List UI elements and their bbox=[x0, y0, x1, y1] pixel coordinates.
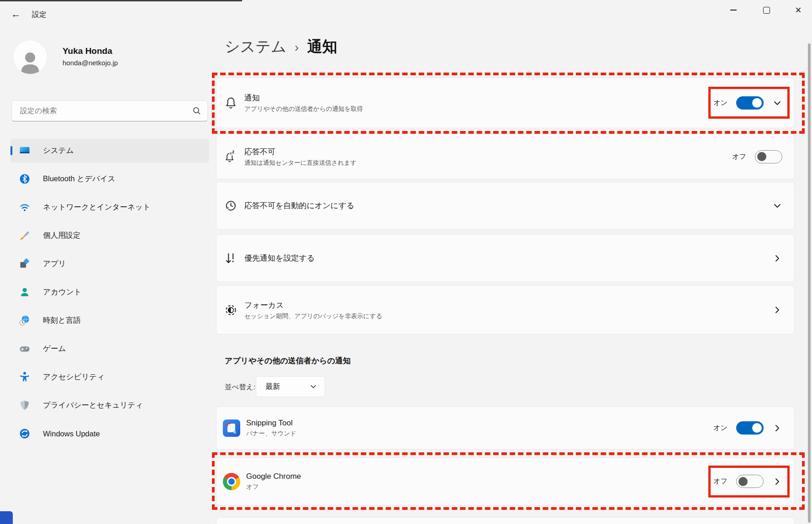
update-icon bbox=[18, 427, 31, 440]
toggle-knob bbox=[752, 423, 762, 433]
row-title: 優先通知を設定する bbox=[244, 253, 315, 263]
minimize-button[interactable] bbox=[722, 0, 744, 20]
focus-icon bbox=[223, 304, 238, 316]
setting-row-dnd-automatic[interactable]: 応答不可を自動的にオンにする bbox=[216, 182, 795, 230]
sidebar-item-label: システム bbox=[43, 146, 74, 156]
avatar[interactable] bbox=[13, 40, 47, 74]
close-button[interactable]: × bbox=[787, 0, 809, 20]
selected-indicator bbox=[11, 146, 12, 155]
sidebar-item-label: Windows Update bbox=[43, 430, 100, 438]
chrome-center bbox=[228, 478, 235, 485]
toggle-state-label: オフ bbox=[732, 152, 746, 161]
google-chrome-icon bbox=[223, 473, 240, 490]
sidebar-item-privacy-security[interactable]: プライバシーとセキュリティ bbox=[11, 393, 209, 417]
apps-icon bbox=[18, 257, 31, 270]
page-title: 通知 bbox=[307, 37, 337, 57]
chevron-right-icon[interactable] bbox=[772, 254, 782, 263]
svg-text:z: z bbox=[230, 151, 232, 155]
setting-row-priority-notifications[interactable]: 優先通知を設定する bbox=[216, 234, 795, 282]
chevron-right-icon[interactable] bbox=[772, 305, 782, 314]
sort-dropdown[interactable]: 最新 bbox=[256, 376, 325, 397]
chevron-right-icon[interactable] bbox=[772, 424, 782, 433]
sidebar-item-accounts[interactable]: アカウント bbox=[11, 280, 209, 304]
sidebar-item-label: 時刻と言語 bbox=[43, 315, 81, 325]
toggle-knob bbox=[752, 98, 762, 108]
search-input[interactable] bbox=[19, 106, 193, 115]
maximize-button[interactable] bbox=[755, 0, 777, 20]
accessibility-icon bbox=[18, 371, 31, 383]
app-name: Snipping Tool bbox=[246, 419, 296, 428]
sidebar-item-system[interactable]: システム bbox=[11, 139, 209, 162]
priority-arrow-icon bbox=[223, 252, 238, 265]
google-chrome-toggle[interactable] bbox=[736, 475, 764, 488]
toggle-state-label: オフ bbox=[713, 477, 728, 486]
chevron-down-icon bbox=[308, 383, 318, 390]
vertical-scrollbar[interactable] bbox=[808, 43, 811, 523]
sidebar-item-label: ゲーム bbox=[43, 344, 66, 354]
person-icon bbox=[18, 286, 31, 299]
snipping-tool-toggle[interactable] bbox=[736, 421, 764, 435]
sidebar-item-personalization[interactable]: 個人用設定 bbox=[11, 224, 209, 247]
app-subtitle: オフ bbox=[246, 483, 301, 491]
system-monitor-icon bbox=[18, 144, 31, 157]
row-subtitle: 通知は通知センターに直接送信されます bbox=[244, 159, 357, 167]
brush-icon bbox=[18, 229, 31, 242]
clock-schedule-icon bbox=[223, 199, 238, 212]
apps-section-heading: アプリやその他の送信者からの通知 bbox=[225, 356, 351, 366]
desktop-corner-artifact bbox=[0, 511, 13, 524]
setting-row-focus[interactable]: フォーカス セッション期間、アプリのバッジを非表示にする bbox=[216, 285, 795, 335]
chevron-right-icon[interactable] bbox=[772, 477, 782, 486]
chevron-down-icon[interactable] bbox=[772, 201, 782, 210]
do-not-disturb-toggle[interactable] bbox=[755, 150, 782, 163]
breadcrumb-separator: › bbox=[295, 40, 299, 55]
window-title: 設定 bbox=[32, 10, 47, 20]
toggle-knob bbox=[757, 152, 766, 161]
notifications-toggle[interactable] bbox=[736, 96, 764, 110]
row-subtitle: セッション期間、アプリのバッジを非表示にする bbox=[244, 312, 382, 320]
app-subtitle: バナー、サウンド bbox=[246, 430, 296, 438]
clock-globe-icon bbox=[18, 314, 31, 327]
app-row-snipping-tool[interactable]: Snipping Tool バナー、サウンド オン bbox=[216, 406, 795, 450]
sidebar-item-bluetooth-devices[interactable]: Bluetooth とデバイス bbox=[11, 167, 209, 191]
bluetooth-icon bbox=[18, 173, 31, 185]
gamepad-icon bbox=[18, 342, 31, 355]
bell-sleep-icon: z z bbox=[223, 150, 238, 163]
settings-search-box[interactable] bbox=[11, 100, 208, 121]
row-subtitle: アプリやその他の送信者からの通知を取得 bbox=[244, 105, 363, 113]
window-top-border bbox=[0, 0, 242, 1]
chevron-down-icon[interactable] bbox=[772, 99, 782, 108]
sidebar-item-label: アカウント bbox=[43, 287, 81, 297]
maximize-icon bbox=[763, 7, 770, 14]
sidebar-item-accessibility[interactable]: アクセシビリティ bbox=[11, 365, 209, 389]
back-button[interactable]: ← bbox=[8, 6, 24, 22]
toggle-knob bbox=[738, 477, 748, 486]
app-name: Google Chrome bbox=[246, 472, 301, 481]
breadcrumb-system[interactable]: システム bbox=[225, 37, 286, 57]
shield-icon bbox=[18, 399, 31, 412]
sidebar-item-gaming[interactable]: ゲーム bbox=[11, 337, 209, 361]
app-row-google-chrome[interactable]: Google Chrome オフ オフ bbox=[216, 457, 795, 505]
sort-selected-value: 最新 bbox=[265, 382, 308, 392]
toggle-state-label: オン bbox=[713, 424, 728, 432]
setting-row-do-not-disturb[interactable]: z z 応答不可 通知は通知センターに直接送信されます オフ bbox=[216, 134, 795, 179]
bell-icon bbox=[223, 96, 238, 110]
profile-email: honda@netkojo.jp bbox=[63, 59, 118, 67]
sidebar-item-apps[interactable]: アプリ bbox=[11, 252, 209, 276]
sidebar-item-label: Bluetooth とデバイス bbox=[43, 174, 116, 184]
person-silhouette-icon bbox=[18, 48, 42, 74]
setting-row-notifications[interactable]: 通知 アプリやその他の送信者からの通知を取得 オン bbox=[216, 78, 795, 128]
toggle-state-label: オン bbox=[713, 99, 728, 107]
sidebar-item-label: ネットワークとインターネット bbox=[43, 202, 151, 212]
row-title: フォーカス bbox=[244, 300, 382, 310]
row-title: 通知 bbox=[244, 93, 363, 103]
sidebar-item-time-language[interactable]: 時刻と言語 bbox=[11, 309, 209, 332]
sort-label: 並べ替え: bbox=[225, 383, 255, 392]
sidebar-item-label: アクセシビリティ bbox=[43, 372, 105, 382]
sidebar-item-network-internet[interactable]: ネットワークとインターネット bbox=[11, 195, 209, 219]
row-title: 応答不可 bbox=[244, 147, 357, 157]
sidebar-item-windows-update[interactable]: Windows Update bbox=[11, 422, 209, 445]
svg-text:z: z bbox=[232, 150, 234, 154]
row-title: 応答不可を自動的にオンにする bbox=[244, 200, 354, 211]
sidebar-item-label: アプリ bbox=[43, 259, 66, 269]
app-row-partial[interactable] bbox=[216, 517, 795, 524]
